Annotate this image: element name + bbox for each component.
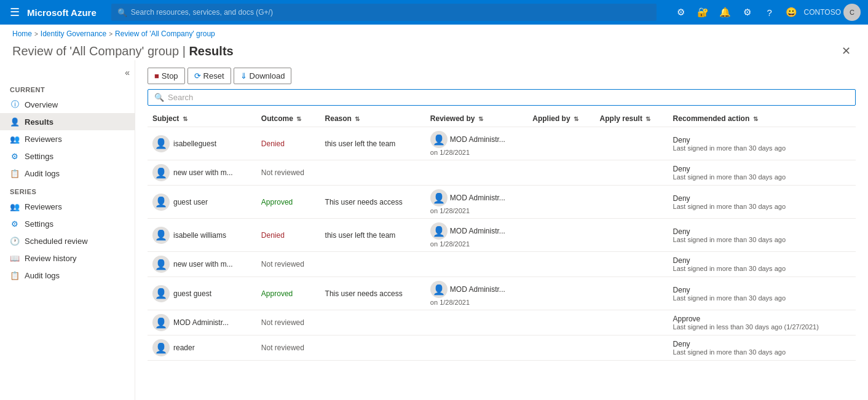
topbar: ☰ Microsoft Azure 🔍 ⚙ 🔐 🔔 ⚙ ? 😀 CONTOSO … (0, 0, 868, 25)
main-content: ■ Stop ⟳ Reset ⇓ Download 🔍 Subject (135, 60, 868, 400)
search-input[interactable] (168, 93, 849, 102)
reviewed-by-date: on 1/28/2021 (430, 240, 523, 248)
sort-icon-applied[interactable]: ⇅ (574, 116, 578, 122)
reviewer-name: MOD Administr... (450, 285, 505, 294)
sidebar-item-series-settings[interactable]: ⚙ Settings (0, 215, 135, 232)
outcome-value: Denied (261, 139, 285, 148)
cell-reason: this user left the team (320, 219, 425, 252)
sort-icon-reviewed[interactable]: ⇅ (478, 116, 483, 122)
table-row: 👤 reader Not reviewed Deny Last signed i… (148, 335, 856, 361)
table-row: 👤 new user with m... Not reviewed Deny L… (148, 160, 856, 186)
table-row: 👤 new user with m... Not reviewed Deny L… (148, 252, 856, 277)
cell-reason (320, 335, 425, 361)
breadcrumb-home[interactable]: Home (12, 29, 32, 38)
clock-icon: 🕐 (10, 236, 20, 246)
notifications-icon[interactable]: 🔔 (716, 2, 735, 22)
sort-icon-outcome[interactable]: ⇅ (296, 116, 301, 122)
cell-recommended-action: Deny Last signed in more than 30 days ag… (668, 160, 856, 186)
user-menu-icon[interactable]: 😀 (782, 2, 802, 22)
rec-reason-value: Last signed in more than 30 days ago (673, 348, 851, 356)
download-button[interactable]: ⇓ Download (234, 68, 292, 84)
sort-icon-reason[interactable]: ⇅ (355, 116, 360, 122)
sidebar-collapse-button[interactable]: « (0, 65, 135, 80)
sidebar-item-reviewers-label: Reviewers (25, 135, 62, 144)
sidebar-item-review-history[interactable]: 📖 Review history (0, 249, 135, 267)
sort-icon-subject[interactable]: ⇅ (183, 116, 187, 122)
cell-reviewed-by: 👤 MOD Administr... on 1/28/2021 (425, 127, 527, 160)
feedback-icon[interactable]: 🔐 (693, 2, 713, 22)
main-layout: « Current ⓘ Overview 👤 Results 👥 Reviewe… (0, 60, 868, 400)
search-bar-top[interactable]: 🔍 (111, 4, 657, 21)
search-input-top[interactable] (131, 8, 650, 17)
page-header: Home > Identity Governance > Review of '… (0, 25, 868, 60)
cell-reviewed-by: 👤 MOD Administr... on 1/28/2021 (425, 277, 527, 310)
settings-icon[interactable]: ⚙ (738, 2, 757, 22)
cell-recommended-action: Deny Last signed in more than 30 days ag… (668, 277, 856, 310)
subject-name: MOD Administr... (173, 318, 229, 327)
reset-button[interactable]: ⟳ Reset (187, 68, 231, 84)
toolbar: ■ Stop ⟳ Reset ⇓ Download (148, 60, 856, 89)
sidebar-item-results[interactable]: 👤 Results (0, 113, 135, 130)
sidebar-item-scheduled-review-label: Scheduled review (25, 237, 88, 246)
gear-icon: ⚙ (10, 151, 20, 161)
sidebar-item-reviewers[interactable]: 👥 Reviewers (0, 130, 135, 147)
cell-reviewed-by: 👤 MOD Administr... on 1/28/2021 (425, 186, 527, 219)
rec-action-value: Deny (673, 194, 851, 203)
table-row: 👤 isabelle williams Deniedthis user left… (148, 219, 856, 252)
cell-reviewed-by (425, 252, 527, 277)
cell-apply-result (595, 186, 668, 219)
sidebar-item-series-reviewers[interactable]: 👥 Reviewers (0, 198, 135, 215)
group-icon: 👥 (10, 134, 20, 144)
sidebar: « Current ⓘ Overview 👤 Results 👥 Reviewe… (0, 60, 135, 400)
rec-reason-value: Last signed in more than 30 days ago (673, 173, 851, 181)
sidebar-item-scheduled-review[interactable]: 🕐 Scheduled review (0, 232, 135, 249)
rec-action-value: Approve (673, 315, 851, 323)
sidebar-item-overview-label: Overview (25, 100, 58, 109)
help-icon[interactable]: ? (760, 2, 779, 22)
sidebar-item-series-audit-logs[interactable]: 📋 Audit logs (0, 267, 135, 284)
cell-subject: 👤 guest user (148, 186, 256, 219)
avatar[interactable]: C (843, 4, 861, 21)
sidebar-item-settings[interactable]: ⚙ Settings (0, 147, 135, 165)
sort-icon-recommended[interactable]: ⇅ (753, 116, 758, 122)
subject-name: guest user (173, 198, 208, 206)
sidebar-item-series-reviewers-label: Reviewers (25, 202, 62, 211)
recommended-cell: Deny Last signed in more than 30 days ag… (673, 340, 851, 356)
outcome-value: Not reviewed (261, 260, 304, 269)
cell-apply-result (595, 335, 668, 361)
cell-reason (320, 310, 425, 335)
breadcrumb-identity-governance[interactable]: Identity Governance (41, 29, 106, 38)
cloud-shell-icon[interactable]: ⚙ (671, 2, 691, 22)
series-section-label: Series (0, 182, 135, 198)
user-avatar: 👤 (152, 227, 170, 244)
stop-icon: ■ (154, 71, 159, 80)
close-button[interactable]: ✕ (837, 42, 856, 60)
search-bar[interactable]: 🔍 (148, 89, 856, 106)
sidebar-item-series-audit-logs-label: Audit logs (25, 271, 60, 280)
user-cell: 👤 isabelleguest (152, 135, 251, 152)
person-icon: 👤 (10, 117, 20, 127)
recommended-cell: Deny Last signed in more than 30 days ag… (673, 136, 851, 152)
rec-action-value: Deny (673, 165, 851, 173)
table-header-row: Subject ⇅ Outcome ⇅ Reason ⇅ Reviewed by… (148, 111, 856, 127)
sort-icon-apply-result[interactable]: ⇅ (645, 116, 650, 122)
topbar-icons: ⚙ 🔐 🔔 ⚙ ? 😀 CONTOSO C (671, 2, 861, 22)
rec-reason-value: Last signed in more than 30 days ago (673, 294, 851, 302)
user-cell: 👤 guest user (152, 194, 251, 211)
rec-reason-value: Last signed in less than 30 days ago (1/… (673, 323, 851, 331)
recommended-cell: Approve Last signed in less than 30 days… (673, 315, 851, 331)
breadcrumb-review[interactable]: Review of 'All Company' group (115, 29, 215, 38)
sidebar-item-audit-logs[interactable]: 📋 Audit logs (0, 165, 135, 182)
user-cell: 👤 new user with m... (152, 164, 251, 181)
current-section-label: Current (0, 80, 135, 96)
sidebar-item-overview[interactable]: ⓘ Overview (0, 96, 135, 113)
cell-subject: 👤 MOD Administr... (148, 310, 256, 335)
user-avatar: 👤 (152, 314, 170, 331)
cell-subject: 👤 guest guest (148, 277, 256, 310)
stop-button[interactable]: ■ Stop (148, 68, 185, 84)
cell-reviewed-by: 👤 MOD Administr... on 1/28/2021 (425, 219, 527, 252)
clipboard-icon: 📋 (10, 168, 20, 178)
cell-applied-by (527, 277, 594, 310)
search-icon-top: 🔍 (117, 8, 127, 17)
menu-icon[interactable]: ☰ (7, 3, 22, 22)
